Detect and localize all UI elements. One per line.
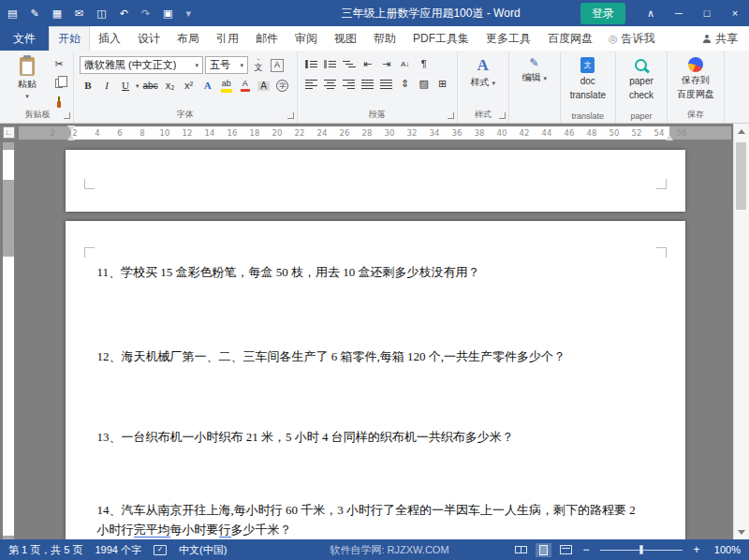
decrease-indent-button[interactable]: ⇤: [360, 56, 376, 72]
page-2[interactable]: 11、学校买 15 盒彩色粉笔，每盒 50 枝，用去 10 盒还剩多少枝没有用？…: [66, 221, 685, 539]
scrollbar-thumb[interactable]: [736, 142, 746, 210]
ribbon-group-baidu-save: 保存到 百度网盘 保存: [668, 52, 725, 123]
shading-button[interactable]: ▨: [416, 76, 433, 92]
tab-home[interactable]: 开始: [49, 26, 90, 51]
maximize-button[interactable]: □: [693, 0, 721, 26]
strikethrough-button[interactable]: abc: [141, 78, 160, 94]
font-size-combo[interactable]: 五号 ▾: [205, 56, 248, 74]
increase-indent-button[interactable]: ⇥: [378, 56, 395, 72]
tab-help[interactable]: 帮助: [365, 26, 404, 51]
page-indicator[interactable]: 第 1 页，共 5 页: [8, 543, 82, 557]
scroll-up-arrow[interactable]: [738, 129, 745, 134]
font-color-button[interactable]: A: [237, 78, 254, 94]
italic-button[interactable]: I: [98, 78, 115, 94]
window-icon[interactable]: ◫: [96, 8, 106, 19]
copy-button[interactable]: [51, 75, 67, 91]
print-layout-button[interactable]: [536, 543, 551, 557]
zoom-thumb[interactable]: [639, 545, 643, 554]
tab-stop-selector[interactable]: ∟: [3, 126, 15, 139]
subscript-button[interactable]: x₂: [162, 78, 179, 94]
font-name-combo[interactable]: 微软雅黑 (中文正文) ▾: [80, 56, 203, 74]
pen-icon[interactable]: ✎: [30, 8, 38, 19]
styles-button[interactable]: A 样式▾: [463, 54, 503, 92]
zoom-out-button[interactable]: −: [580, 543, 592, 556]
tab-pdf-tools[interactable]: PDF工具集: [404, 26, 477, 51]
tab-more-tools[interactable]: 更多工具: [477, 26, 539, 51]
rows-icon[interactable]: ▤: [7, 8, 17, 19]
tab-insert[interactable]: 插入: [90, 26, 129, 51]
tab-mailings[interactable]: 邮件: [247, 26, 286, 51]
font-dialog-launcher[interactable]: [287, 112, 294, 119]
tab-baidu-netdisk[interactable]: 百度网盘: [539, 26, 601, 51]
paste-button[interactable]: 粘贴 ▾: [7, 54, 47, 102]
styles-dialog-launcher[interactable]: [499, 112, 506, 119]
highlight-color-button[interactable]: ab: [218, 78, 235, 94]
web-layout-icon[interactable]: [560, 545, 572, 554]
horizontal-ruler[interactable]: 2246810121416182022242628303234363840424…: [19, 126, 731, 140]
language-indicator[interactable]: 中文(中国): [179, 543, 227, 557]
sort-az-icon: A↓: [401, 61, 409, 68]
tab-layout[interactable]: 布局: [169, 26, 208, 51]
doc-translate-button[interactable]: 文 doc translate: [566, 54, 609, 104]
align-left-button[interactable]: [303, 76, 320, 92]
borders-button[interactable]: ⊞: [434, 76, 451, 92]
read-mode-icon[interactable]: [515, 545, 527, 554]
align-center-button[interactable]: [322, 76, 339, 92]
paper-check-button[interactable]: paper check: [622, 54, 661, 104]
redo-icon[interactable]: ↷: [141, 8, 150, 19]
mail-icon[interactable]: ✉: [75, 8, 83, 19]
character-border-button[interactable]: A: [269, 57, 286, 73]
word-count[interactable]: 1994 个字: [95, 543, 141, 557]
distribute-button[interactable]: [378, 76, 395, 92]
pinyin-guide-button[interactable]: ˇ文: [250, 57, 267, 73]
superscript-button[interactable]: x²: [181, 78, 198, 94]
numbering-button[interactable]: [322, 56, 339, 72]
undo-icon[interactable]: ↶: [120, 8, 128, 19]
share-button[interactable]: 共享: [691, 26, 749, 51]
tab-file[interactable]: 文件: [0, 26, 49, 51]
hanging-indent-marker[interactable]: [67, 131, 75, 140]
spell-check-icon[interactable]: [154, 545, 167, 555]
tell-me-box[interactable]: ◎ 告诉我: [601, 26, 663, 51]
minimize-button[interactable]: ─: [665, 0, 693, 26]
document-workspace: ∟ 22468101214161820222426283032343638404…: [0, 124, 749, 539]
vertical-scrollbar[interactable]: [733, 124, 749, 539]
tab-design[interactable]: 设计: [129, 26, 169, 51]
close-button[interactable]: ×: [721, 0, 749, 26]
align-right-button[interactable]: [341, 76, 358, 92]
underline-button[interactable]: U: [117, 78, 134, 94]
tab-references[interactable]: 引用: [208, 26, 247, 51]
bullets-button[interactable]: [303, 56, 320, 72]
justify-button[interactable]: [360, 76, 376, 92]
text-effects-button[interactable]: A: [199, 78, 216, 94]
tab-review[interactable]: 审阅: [286, 26, 326, 51]
save-to-baidu-netdisk-button[interactable]: 保存到 百度网盘: [673, 54, 718, 103]
zoom-slider[interactable]: [600, 544, 683, 555]
zoom-in-button[interactable]: +: [691, 543, 702, 556]
vertical-ruler[interactable]: [0, 142, 17, 539]
right-indent-marker[interactable]: [666, 131, 673, 140]
save-icon[interactable]: ▣: [163, 8, 172, 19]
editing-button[interactable]: ✎ 编辑▾: [515, 54, 554, 87]
line-spacing-button[interactable]: ⇕: [397, 76, 414, 92]
zoom-level[interactable]: 100%: [711, 544, 741, 555]
ribbon-display-options-button[interactable]: ∧: [637, 0, 665, 26]
character-shading-button[interactable]: A: [256, 78, 272, 94]
scroll-down-arrow[interactable]: [738, 530, 745, 535]
clipboard-dialog-launcher[interactable]: [64, 112, 70, 119]
format-painter-button[interactable]: [51, 94, 67, 110]
ruler-number: 50: [603, 126, 625, 140]
qat-chevron-icon[interactable]: ▾: [186, 8, 192, 19]
page-1-bottom[interactable]: [66, 150, 685, 212]
grid-icon[interactable]: ▦: [52, 8, 62, 19]
sort-button[interactable]: A↓: [397, 56, 414, 72]
paragraph-dialog-launcher[interactable]: [448, 112, 454, 119]
enclose-characters-button[interactable]: 字: [274, 78, 291, 94]
cut-button[interactable]: ✂: [51, 56, 67, 72]
show-hide-marks-button[interactable]: ¶: [416, 56, 433, 72]
tab-view[interactable]: 视图: [326, 26, 365, 51]
underline-dropdown-icon[interactable]: ▾: [136, 82, 140, 89]
login-button[interactable]: 登录: [580, 3, 625, 24]
bold-button[interactable]: B: [80, 78, 96, 94]
multilevel-list-button[interactable]: [341, 56, 358, 72]
